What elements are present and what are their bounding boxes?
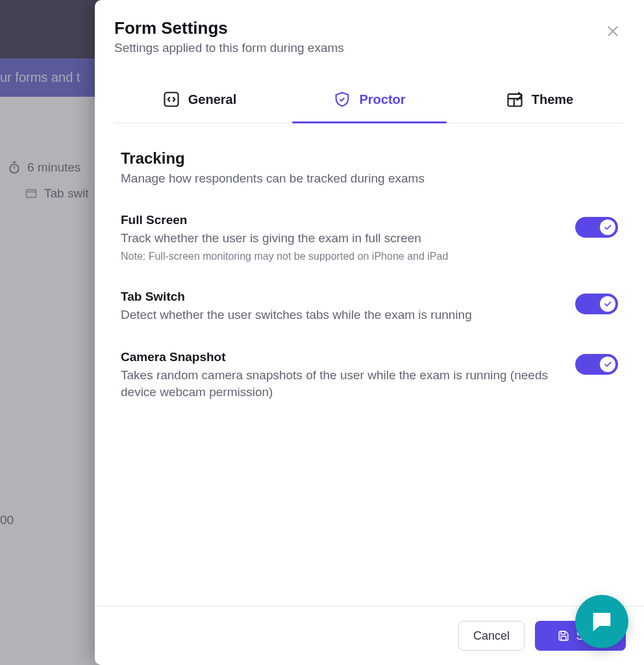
toggle-knob [600,220,615,235]
shield-check-icon [333,90,351,108]
modal-title: Form Settings [114,18,619,38]
modal-header: Form Settings Settings applied to this f… [95,0,644,59]
cancel-button[interactable]: Cancel [458,621,525,651]
full-screen-toggle[interactable] [575,217,618,238]
setting-full-screen-desc: Track whether the user is giving the exa… [121,230,560,247]
svg-rect-4 [562,631,565,634]
section-title: Tracking [121,149,618,168]
code-square-icon [162,90,180,108]
settings-tabs: General Proctor Theme [114,81,625,123]
setting-tab-switch: Tab Switch Detect whether the user switc… [121,290,618,323]
chat-bubble-icon [589,609,615,634]
setting-camera-text: Camera Snapshot Takes random camera snap… [121,350,560,400]
setting-camera-snapshot: Camera Snapshot Takes random camera snap… [121,350,618,400]
tab-theme-label: Theme [532,92,573,107]
svg-rect-3 [508,94,521,107]
toggle-knob [600,296,615,312]
tab-general[interactable]: General [114,81,284,123]
svg-rect-5 [562,636,567,640]
setting-full-screen-note: Note: Full-screen monitoring may not be … [121,251,560,262]
check-icon [603,299,612,308]
close-button[interactable] [602,21,623,42]
tab-switch-toggle[interactable] [575,294,618,314]
tab-proctor-label: Proctor [359,92,405,107]
form-settings-modal: Form Settings Settings applied to this f… [95,0,644,665]
setting-tab-switch-title: Tab Switch [121,290,560,304]
theme-brush-icon [506,90,524,108]
tab-theme[interactable]: Theme [454,81,625,123]
save-disk-icon [558,630,569,642]
setting-camera-title: Camera Snapshot [121,350,560,364]
chat-fab-button[interactable] [575,595,628,648]
setting-camera-desc: Takes random camera snapshots of the use… [121,367,560,400]
check-icon [603,223,612,232]
proctor-section: Tracking Manage how respondents can be t… [95,123,644,606]
modal-subtitle: Settings applied to this form during exa… [114,41,619,55]
setting-tab-switch-text: Tab Switch Detect whether the user switc… [121,290,560,323]
tab-general-label: General [188,92,236,107]
svg-rect-2 [164,93,178,107]
camera-snapshot-toggle[interactable] [575,354,618,375]
setting-full-screen: Full Screen Track whether the user is gi… [121,213,618,262]
tab-proctor[interactable]: Proctor [284,81,454,123]
check-icon [603,360,612,369]
setting-full-screen-text: Full Screen Track whether the user is gi… [121,213,560,262]
cancel-button-label: Cancel [473,629,510,643]
setting-tab-switch-desc: Detect whether the user switches tabs wh… [121,307,560,323]
toggle-knob [600,357,615,372]
modal-footer: Cancel Save [95,606,644,665]
section-subtitle: Manage how respondents can be tracked du… [121,171,618,186]
setting-full-screen-title: Full Screen [121,213,560,227]
close-icon [606,24,620,38]
